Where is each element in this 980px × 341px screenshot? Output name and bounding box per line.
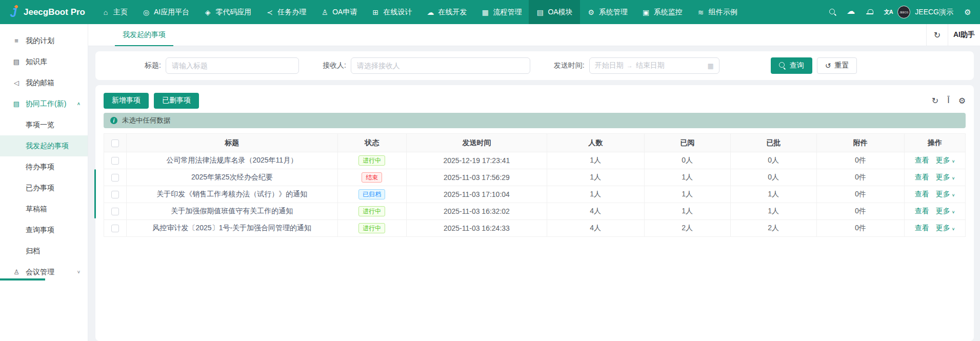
- column-header-actions: 操作: [905, 134, 966, 152]
- status-badge: 进行中: [358, 223, 385, 233]
- row-checkbox[interactable]: [111, 174, 119, 182]
- nav-item-icon: ≋: [697, 8, 705, 16]
- user-name[interactable]: JEECG演示: [910, 8, 958, 17]
- nav-menu-item[interactable]: ≺ 任务办理: [258, 0, 313, 24]
- gear-icon[interactable]: ⚙: [958, 0, 977, 24]
- chevron-down-icon: ∨: [952, 176, 955, 180]
- approved-count: 0人: [730, 169, 816, 186]
- top-nav-menu: ⌂ 主页 ◎ AI应用平台 ◈ 零代码应用 ≺ 任务办理: [94, 0, 745, 24]
- row-checkbox[interactable]: [111, 208, 119, 215]
- view-link[interactable]: 查看: [915, 224, 929, 232]
- deleted-items-button[interactable]: 已删事项: [154, 93, 199, 109]
- refresh-icon[interactable]: ↻: [932, 96, 938, 106]
- content-vertical-scrollbar[interactable]: [94, 169, 96, 218]
- view-link[interactable]: 查看: [915, 173, 929, 181]
- view-link[interactable]: 查看: [915, 207, 929, 215]
- sidebar-item-label: 协同工作(新): [26, 99, 66, 109]
- attachment-count: 0件: [816, 203, 904, 220]
- search-icon[interactable]: [824, 0, 842, 24]
- ai-assistant-button[interactable]: AI助手: [948, 24, 980, 46]
- nav-menu-item[interactable]: ◈ 零代码应用: [196, 0, 258, 24]
- column-settings-gear-icon[interactable]: ⚙: [958, 96, 966, 106]
- filter-panel: 标题: 接收人: 发送时间: 开始日期 → 结束日期: [95, 51, 974, 80]
- title-filter-group: 标题:: [145, 57, 299, 74]
- sidebar-horizontal-scrollbar[interactable]: [0, 278, 45, 280]
- cloud-download-icon[interactable]: [842, 0, 861, 24]
- item-title: 2025年第25次经办会纪要: [127, 169, 338, 186]
- nav-menu-item[interactable]: ☁ 在线开发: [419, 0, 474, 24]
- main-area: ≡ 我的计划 ▤ 知识库 ◁ 我的邮箱: [0, 24, 980, 341]
- sidebar-item-label: 我的计划: [26, 36, 54, 46]
- sidebar-item[interactable]: ≡ 我的计划: [0, 30, 88, 51]
- nav-menu-item[interactable]: ▤ OA模块: [529, 0, 579, 24]
- more-link[interactable]: 更多∨: [936, 173, 955, 181]
- sidebar-item[interactable]: 归档: [0, 240, 88, 262]
- sidebar-item[interactable]: 我发起的事项: [0, 135, 88, 156]
- sidebar-item[interactable]: ▤ 知识库: [0, 51, 88, 72]
- nav-menu-item[interactable]: ♙ OA申请: [313, 0, 364, 24]
- nav-item-icon: ⚙: [587, 8, 595, 16]
- row-checkbox[interactable]: [111, 191, 119, 198]
- row-checkbox[interactable]: [111, 225, 119, 232]
- status-badge: 进行中: [358, 155, 385, 166]
- nav-menu-item[interactable]: ▣ 系统监控: [635, 0, 690, 24]
- items-table: 标题 状态 发送时间 人数 已阅 已批 附件 操作: [104, 133, 966, 237]
- nav-menu-item[interactable]: ▦ 流程管理: [474, 0, 529, 24]
- sidebar-item[interactable]: ◁ 我的邮箱: [0, 72, 88, 93]
- nav-item-icon: ≺: [266, 8, 274, 16]
- view-link[interactable]: 查看: [915, 156, 929, 164]
- bell-icon[interactable]: [861, 0, 879, 24]
- sidebar: ≡ 我的计划 ▤ 知识库 ◁ 我的邮箱: [0, 24, 88, 341]
- select-all-checkbox[interactable]: [111, 139, 119, 147]
- nav-menu-item[interactable]: ⚙ 系统管理: [580, 0, 635, 24]
- nav-menu-item[interactable]: ≋ 组件示例: [690, 0, 745, 24]
- status-badge: 结束: [362, 172, 382, 183]
- nav-item-label: 主页: [113, 8, 128, 17]
- title-filter-input[interactable]: [166, 57, 299, 74]
- brand[interactable]: J JeecgBoot Pro: [0, 0, 94, 24]
- sidebar-item[interactable]: 查询事项: [0, 219, 88, 240]
- more-link[interactable]: 更多∨: [936, 156, 955, 164]
- sidebar-item-label: 草稿箱: [26, 205, 47, 214]
- view-link[interactable]: 查看: [915, 190, 929, 198]
- calendar-icon: ▦: [707, 62, 713, 70]
- nav-item-label: 系统监控: [654, 8, 683, 17]
- avatar[interactable]: JEECG: [897, 6, 910, 18]
- nav-item-icon: ⌂: [102, 8, 110, 16]
- nav-item-label: AI应用平台: [154, 8, 189, 17]
- refresh-icon[interactable]: ↻: [926, 24, 948, 46]
- row-checkbox[interactable]: [111, 157, 119, 165]
- translate-icon[interactable]: 文A: [879, 0, 897, 24]
- sidebar-item[interactable]: 待办事项: [0, 156, 88, 177]
- nav-item-label: 零代码应用: [215, 8, 251, 17]
- item-title: 关于加强假期值班值守有关工作的通知: [127, 203, 338, 220]
- status-badge: 进行中: [358, 206, 385, 216]
- sidebar-item-label: 待办事项: [26, 163, 54, 172]
- more-link[interactable]: 更多∨: [936, 190, 955, 198]
- column-header-people: 人数: [547, 134, 644, 152]
- sidebar-item[interactable]: 草稿箱: [0, 198, 88, 219]
- more-link[interactable]: 更多∨: [936, 207, 955, 215]
- nav-item-label: OA模块: [548, 8, 572, 17]
- nav-item-icon: ▤: [536, 8, 544, 16]
- nav-menu-item[interactable]: ⊞ 在线设计: [364, 0, 419, 24]
- date-range-picker[interactable]: 开始日期 → 结束日期 ▦: [589, 57, 719, 74]
- more-link[interactable]: 更多∨: [936, 224, 955, 232]
- nav-menu-item[interactable]: ◎ AI应用平台: [135, 0, 196, 24]
- sidebar-item[interactable]: 已办事项: [0, 177, 88, 198]
- item-title: 公司常用法律法规库名录（2025年11月）: [127, 152, 338, 169]
- chevron-down-icon: ∨: [952, 159, 955, 164]
- table-row: 关于加强假期值班值守有关工作的通知 进行中 2025-11-03 16:32:0…: [104, 203, 966, 220]
- table-header-row: 标题 状态 发送时间 人数 已阅 已批 附件 操作: [104, 134, 966, 152]
- search-button[interactable]: 查询: [771, 57, 812, 74]
- sidebar-item-icon: ▤: [12, 58, 21, 66]
- jeecgboot-app: J JeecgBoot Pro ⌂ 主页 ◎ AI应用平台 ◈ 零代码应用: [0, 0, 980, 341]
- sidebar-item[interactable]: ▤ 协同工作(新) ∧: [0, 93, 88, 114]
- tab-my-initiated-items[interactable]: 我发起的事项: [115, 24, 173, 46]
- add-item-button[interactable]: 新增事项: [104, 93, 149, 109]
- reset-button[interactable]: ↺ 重置: [817, 57, 857, 74]
- nav-menu-item[interactable]: ⌂ 主页: [94, 0, 135, 24]
- receiver-filter-input[interactable]: [351, 57, 530, 74]
- sidebar-item[interactable]: 事项一览: [0, 114, 88, 135]
- import-icon[interactable]: Ī: [947, 96, 949, 105]
